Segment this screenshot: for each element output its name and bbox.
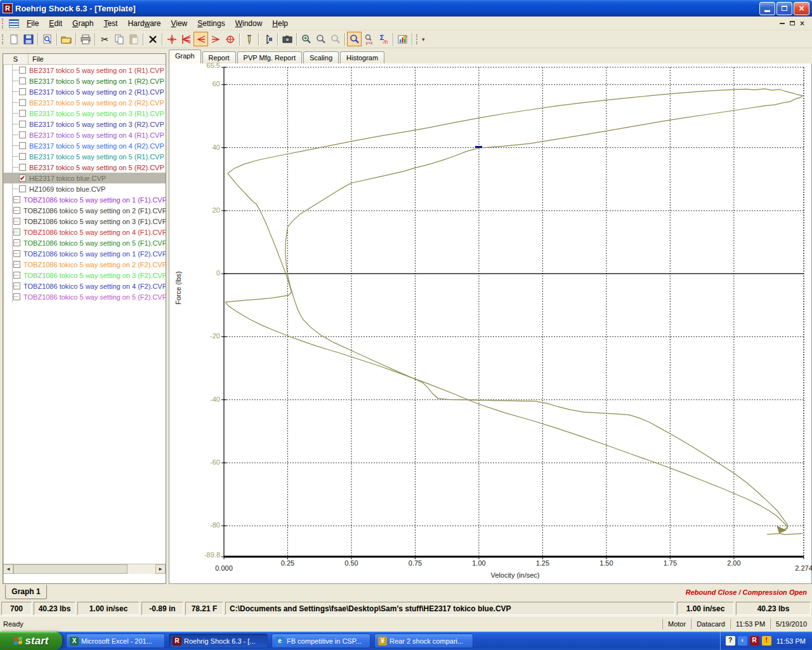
delete-button[interactable] [145, 32, 160, 46]
save-button[interactable] [21, 32, 36, 46]
sigma-n-button[interactable]: Σ⁄n [376, 32, 391, 46]
roehrig-tray-icon[interactable]: R [750, 636, 759, 646]
file-row[interactable]: TOBZ1086 tokico 5 way setting on 3 (F1).… [3, 216, 166, 227]
file-checkbox[interactable]: ✔ [19, 175, 26, 182]
camera-button[interactable] [280, 32, 294, 46]
file-checkbox[interactable] [19, 131, 26, 138]
tab-histogram[interactable]: Histogram [340, 51, 384, 63]
help-tray-icon[interactable]: ? [726, 636, 735, 646]
tab-graph-1[interactable]: Graph 1 [5, 585, 47, 599]
force-velocity-plot[interactable] [169, 63, 811, 583]
file-row[interactable]: BE2317 tokico 5 way setting on 3 (R2).CV… [3, 119, 166, 129]
file-row[interactable]: TOBZ1086 tokico 5 way setting on 2 (F2).… [3, 259, 166, 270]
mdi-restore-icon[interactable] [790, 21, 795, 25]
menu-item-edit[interactable]: Edit [44, 17, 67, 30]
injector-tool-button[interactable] [242, 32, 256, 46]
close-button[interactable]: × [794, 2, 809, 15]
file-row[interactable]: TOBZ1086 tokico 5 way setting on 4 (F1).… [3, 227, 166, 237]
file-checkbox[interactable] [19, 142, 26, 149]
menu-item-settings[interactable]: Settings [192, 17, 230, 30]
curves-left-tool-button[interactable] [193, 32, 208, 46]
file-checkbox[interactable] [19, 99, 26, 106]
file-row[interactable]: BE2317 tokico 5 way setting on 4 (R2).CV… [3, 140, 166, 151]
tab-graph[interactable]: Graph [169, 50, 201, 63]
file-row[interactable]: HZ1069 tokico blue.CVP [3, 183, 166, 194]
menu-item-graph[interactable]: Graph [67, 17, 98, 30]
column-header-s[interactable]: S [3, 54, 29, 64]
scroll-left-icon[interactable]: ◄ [3, 564, 13, 574]
toolbar2-grip[interactable] [416, 34, 419, 44]
zoom-yx-button[interactable]: y=x [362, 32, 376, 46]
file-row[interactable]: TOBZ1086 tokico 5 way setting on 1 (F1).… [3, 194, 166, 205]
file-checkbox[interactable] [19, 88, 26, 95]
zoom-out-button[interactable] [328, 32, 343, 46]
toolbar-grip[interactable] [2, 34, 4, 44]
crosshair-tool-button[interactable] [164, 32, 179, 46]
new-document-button[interactable] [6, 32, 21, 46]
zoom-pointer-button[interactable] [313, 32, 328, 46]
file-row[interactable]: ✔HE2317 tokico blue.CVP [3, 173, 166, 183]
file-checkbox[interactable] [19, 121, 26, 128]
menu-item-help[interactable]: Help [267, 17, 293, 30]
file-checkbox[interactable] [19, 153, 26, 160]
print-button[interactable] [78, 32, 93, 46]
tab-scaling[interactable]: Scaling [303, 51, 339, 63]
file-row[interactable]: TOBZ1086 tokico 5 way setting on 5 (F1).… [3, 237, 166, 248]
zoom-select-button[interactable] [347, 32, 362, 46]
menu-item-window[interactable]: Window [230, 17, 268, 30]
taskbar-button[interactable]: RRoehrig Shock 6.3 - [... [169, 633, 268, 648]
file-row[interactable]: BE2317 tokico 5 way setting on 5 (R1).CV… [3, 151, 166, 162]
start-button[interactable]: start [0, 632, 62, 650]
file-row[interactable]: TOBZ1086 tokico 5 way setting on 2 (F1).… [3, 205, 166, 216]
tab-pvp-mfg-report[interactable]: PVP Mfg. Report [237, 51, 302, 63]
chart-wizard-button[interactable] [395, 32, 410, 46]
menu-item-file[interactable]: File [22, 17, 44, 30]
menu-item-hardware[interactable]: Hardware [122, 17, 166, 30]
x-tick-label: 1.00 [460, 559, 498, 567]
collapse-tray-icon[interactable]: ‹ [738, 636, 747, 646]
file-checkbox[interactable] [19, 110, 26, 117]
toolbar-overflow-icon[interactable]: ▾ [422, 36, 425, 43]
file-row[interactable]: BE2317 tokico 5 way setting on 1 (R2).CV… [3, 76, 166, 86]
mdi-close-icon[interactable]: × [800, 19, 804, 28]
restore-button[interactable] [776, 2, 792, 15]
paste-button[interactable] [126, 32, 141, 46]
file-checkbox[interactable] [19, 185, 26, 192]
file-row[interactable]: TOBZ1086 tokico 5 way setting on 3 (F2).… [3, 270, 166, 281]
scroll-right-icon[interactable]: ► [155, 564, 166, 574]
file-row[interactable]: BE2317 tokico 5 way setting on 2 (R2).CV… [3, 97, 166, 108]
file-row[interactable]: BE2317 tokico 5 way setting on 2 (R1).CV… [3, 86, 166, 97]
gas-slider-tool-button[interactable] [261, 32, 275, 46]
zoom-in-button[interactable] [299, 32, 313, 46]
file-row[interactable]: TOBZ1086 tokico 5 way setting on 5 (F2).… [3, 291, 166, 302]
file-checkbox[interactable] [19, 164, 26, 171]
column-header-file[interactable]: File [29, 54, 166, 64]
curves-right-tool-button[interactable] [208, 32, 223, 46]
chart-area[interactable]: Force (lbs) Velocity (in/sec) 65.5604020… [169, 63, 812, 584]
print-preview-button[interactable] [40, 32, 55, 46]
mdi-minimize-icon[interactable] [780, 23, 785, 24]
menu-item-test[interactable]: Test [98, 17, 122, 30]
file-row[interactable]: BE2317 tokico 5 way setting on 3 (R1).CV… [3, 108, 166, 119]
copy-button[interactable] [112, 32, 126, 46]
menubar-grip[interactable] [2, 18, 4, 29]
open-folder-button[interactable] [59, 32, 74, 46]
file-row[interactable]: BE2317 tokico 5 way setting on 1 (R1).CV… [3, 65, 166, 76]
cut-button[interactable]: ✂ [97, 32, 112, 46]
curves-fan-tool-button[interactable] [179, 32, 193, 46]
taskbar-button[interactable]: ¥Rear 2 shock compari... [374, 633, 473, 648]
file-row[interactable]: BE2317 tokico 5 way setting on 4 (R1).CV… [3, 129, 166, 140]
security-shield-icon[interactable]: ! [762, 636, 771, 646]
scrollbar-thumb[interactable] [13, 564, 128, 574]
file-row[interactable]: BE2317 tokico 5 way setting on 5 (R2).CV… [3, 162, 166, 173]
file-row[interactable]: TOBZ1086 tokico 5 way setting on 4 (F2).… [3, 281, 166, 291]
file-checkbox[interactable] [19, 77, 26, 84]
file-checkbox[interactable] [19, 67, 26, 74]
horizontal-scrollbar[interactable]: ◄ ► [3, 564, 166, 574]
taskbar-button[interactable]: eFB competitive in CSP... [272, 633, 370, 648]
minimize-button[interactable] [759, 2, 775, 15]
menu-item-view[interactable]: View [166, 17, 192, 30]
circle-axis-tool-button[interactable] [223, 32, 237, 46]
taskbar-button[interactable]: XMicrosoft Excel - 201... [66, 633, 165, 648]
file-row[interactable]: TOBZ1086 tokico 5 way setting on 1 (F2).… [3, 248, 166, 259]
